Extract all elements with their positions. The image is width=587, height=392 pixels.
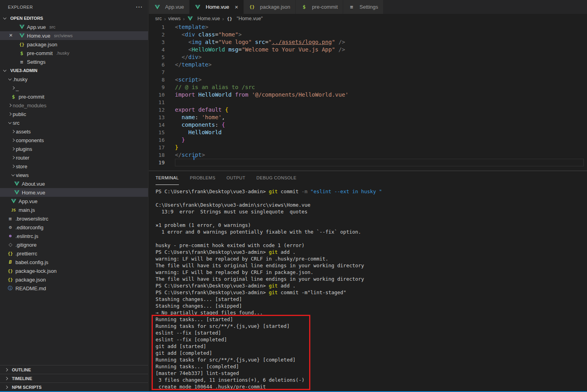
tree-item-label: .prettierrc <box>15 251 37 257</box>
sidebar-section-timeline[interactable]: TIMELINE <box>0 374 148 382</box>
tree-item-pre-commit[interactable]: $pre-commit <box>0 92 148 101</box>
tab-pre-commit[interactable]: $pre-commit <box>296 0 343 14</box>
chevron-right-icon <box>10 130 16 133</box>
chevron-right-icon <box>4 377 9 380</box>
chevron-down-icon <box>7 122 13 124</box>
json-icon: {} <box>7 250 13 257</box>
tree-item-package-json[interactable]: {}package.json <box>0 275 148 284</box>
open-editor-item-pre-commit[interactable]: $pre-commit.husky <box>0 49 148 57</box>
tree-item-components[interactable]: components <box>0 136 148 145</box>
line-number: 18 <box>149 151 165 159</box>
file-label: Settings <box>27 59 46 65</box>
tree-item-eslintrc-js[interactable]: .eslintrc.js <box>0 232 148 240</box>
open-editor-item-home-vue[interactable]: ×Home.vuesrc\views <box>0 31 148 40</box>
chevron-right-icon <box>10 87 16 89</box>
chevron-down-icon <box>7 79 13 80</box>
code-line-content: components: { <box>175 121 225 129</box>
code-line-content: <template> <box>175 23 208 31</box>
code-line-3: 3 <img alt="Vue logo" src="../assets/log… <box>149 38 587 46</box>
open-editor-item-settings[interactable]: ≡Settings <box>0 57 148 66</box>
code-line-content: <div class="home"> <box>175 31 242 38</box>
tree-item-app-vue[interactable]: App.vue <box>0 197 148 206</box>
code-line-content: export default { <box>175 106 228 114</box>
tree-item-store[interactable]: store <box>0 162 148 171</box>
panel-tab-problems[interactable]: PROBLEMS <box>190 171 215 185</box>
tree-item-editorconfig[interactable]: ⚙.editorconfig <box>0 223 148 232</box>
tree-item-views[interactable]: views <box>0 171 148 179</box>
tree-item-gitignore[interactable]: .gitignore <box>0 240 148 249</box>
panel-tab-terminal[interactable]: TERMINAL <box>156 171 179 185</box>
breadcrumb-item-home-vue[interactable]: Home.vue <box>187 15 220 22</box>
code-line-content: <img alt="Vue logo" src="../assets/logo.… <box>175 38 345 46</box>
tree-item-label: src <box>13 120 19 126</box>
tree-item-plugins[interactable]: plugins <box>0 145 148 153</box>
terminal-line: Running tasks for src/**/*.{js,vue} [sta… <box>156 323 587 329</box>
terminal-line: Stashing changes... [skipped] <box>156 303 587 309</box>
line-number: 14 <box>149 121 165 129</box>
panel-tab-output[interactable]: OUTPUT <box>226 171 245 185</box>
tree-item-readme-md[interactable]: ⓘREADME.md <box>0 284 148 293</box>
tree-item-item[interactable]: _ <box>0 84 148 92</box>
terminal-output[interactable]: PS C:\Users\frank\Desktop\vue3-admin> gi… <box>149 185 587 390</box>
breadcrumb-separator: › <box>183 16 184 22</box>
tree-item-about-vue[interactable]: About.vue <box>0 179 148 188</box>
tree-item-label: components <box>16 137 44 143</box>
open-editor-item-app-vue[interactable]: App.vuesrc <box>0 23 148 31</box>
breadcrumb-item-src[interactable]: src <box>155 16 162 21</box>
tree-item-public[interactable]: public <box>0 110 148 118</box>
project-header[interactable]: VUE3-ADMIN <box>0 66 148 75</box>
close-icon[interactable]: × <box>235 4 238 10</box>
open-editor-item-package-json[interactable]: {}package.json <box>0 40 148 49</box>
sidebar-section-outline[interactable]: OUTLINE <box>0 365 148 374</box>
vue-icon <box>195 4 201 10</box>
line-number: 13 <box>149 114 165 121</box>
code-line-17: 17} <box>149 144 587 151</box>
tree-item-babel-config-js[interactable]: Bbabel.config.js <box>0 258 148 266</box>
open-editors-header[interactable]: OPEN EDITORS <box>0 14 148 23</box>
code-line-1: 1<template> <box>149 23 587 31</box>
shell-icon: $ <box>301 4 307 10</box>
close-icon[interactable]: × <box>9 32 13 38</box>
tab-package-json[interactable]: {}package.json <box>244 0 296 14</box>
breadcrumb-label: src <box>155 16 162 21</box>
tab-home-vue[interactable]: Home.vue× <box>190 0 244 14</box>
tree-item-prettierrc[interactable]: {}.prettierrc <box>0 249 148 258</box>
file-description: src <box>49 25 55 29</box>
tree-item-husky[interactable]: .husky <box>0 75 148 84</box>
explorer-title: EXPLORER <box>8 5 33 10</box>
tree-item-router[interactable]: router <box>0 153 148 162</box>
chevron-right-icon <box>4 386 9 388</box>
tree-item-main-js[interactable]: JSmain.js <box>0 206 148 214</box>
panel-tab-debug-console[interactable]: DEBUG CONSOLE <box>256 171 296 185</box>
tab-bar: App.vueHome.vue×{}package.json$pre-commi… <box>149 0 587 14</box>
code-line-content: } <box>175 144 178 151</box>
tree-item-assets[interactable]: assets <box>0 127 148 136</box>
tree-item-home-vue[interactable]: Home.vue <box>0 188 148 197</box>
json-icon: {} <box>7 276 13 283</box>
chevron-down-icon <box>2 70 8 71</box>
code-line-15: 15 HelloWorld <box>149 129 587 136</box>
tab-settings[interactable]: ≡Settings <box>343 0 384 14</box>
tree-item-browserslistrc[interactable]: ≡.browserslistrc <box>0 214 148 223</box>
vue-icon <box>13 181 20 187</box>
terminal-line: git add [started] <box>156 343 587 350</box>
breadcrumb-label: "Home.vue" <box>237 16 263 21</box>
tree-item-node-modules[interactable]: node_modules <box>0 101 148 110</box>
sidebar-section-npm-scripts[interactable]: NPM SCRIPTS <box>0 382 148 391</box>
vue-icon <box>13 189 20 196</box>
tab-app-vue[interactable]: App.vue <box>149 0 190 14</box>
tree-item-package-lock-json[interactable]: {}package-lock.json <box>0 266 148 275</box>
breadcrumb-item-home-vue[interactable]: {}"Home.vue" <box>226 15 263 22</box>
tree-item-src[interactable]: src <box>0 118 148 127</box>
code-line-content: </script> <box>175 151 205 159</box>
code-editor[interactable]: 1<template>2 <div class="home">3 <img al… <box>149 23 587 171</box>
more-actions-icon[interactable]: ⋯ <box>136 5 142 9</box>
project-label: VUE3-ADMIN <box>10 68 37 73</box>
tab-label: Home.vue <box>206 4 229 10</box>
terminal-line: Stashing changes... [started] <box>156 296 587 303</box>
eslint-icon <box>7 233 13 239</box>
line-number: 6 <box>149 61 165 69</box>
tree-item-label: .gitignore <box>15 242 36 248</box>
line-number: 3 <box>149 38 165 46</box>
breadcrumb-item-views[interactable]: views <box>168 16 180 21</box>
